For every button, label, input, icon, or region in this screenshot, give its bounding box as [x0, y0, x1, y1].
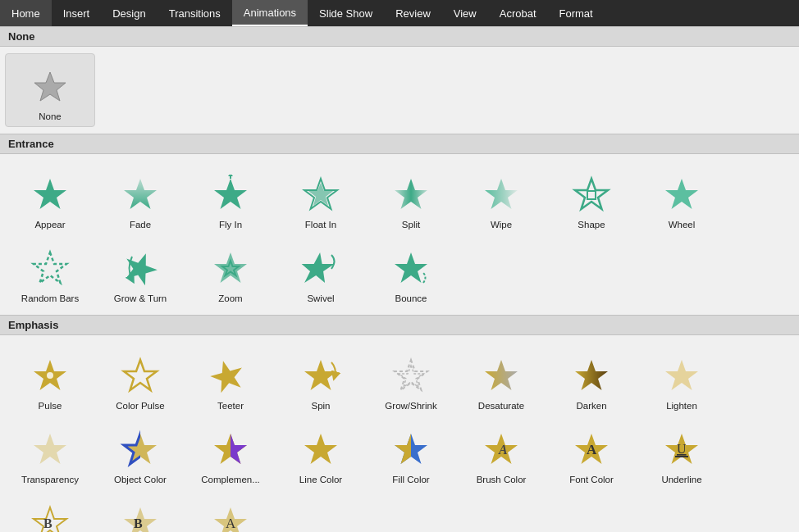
svg-marker-29	[34, 434, 66, 464]
anim-fillcolor[interactable]: Fill Color	[366, 416, 456, 489]
anim-transparency[interactable]: Transparency	[5, 416, 95, 489]
objectcolor-label: Object Color	[114, 475, 167, 486]
menu-insert[interactable]: Insert	[52, 0, 102, 26]
svg-marker-5	[228, 175, 233, 176]
anim-spin[interactable]: Spin	[276, 342, 366, 416]
objectcolor-icon	[119, 429, 162, 471]
growturn-label: Grow & Turn	[114, 293, 167, 305]
svg-marker-9	[485, 179, 518, 209]
anim-teeter[interactable]: Teeter	[185, 342, 276, 416]
wave-icon: A	[209, 502, 252, 532]
anim-growturn[interactable]: Grow & Turn	[95, 234, 185, 308]
growshrink-icon	[390, 355, 432, 398]
growshrink-label: Grow/Shrink	[385, 401, 436, 412]
svg-point-20	[47, 372, 53, 379]
svg-marker-3	[214, 179, 247, 209]
menu-home[interactable]: Home	[0, 0, 52, 26]
anim-brushcolor[interactable]: A Brush Color	[456, 416, 546, 489]
anim-fade[interactable]: Fade	[95, 161, 185, 234]
anim-wave[interactable]: A Wave	[185, 489, 276, 532]
svg-marker-27	[575, 360, 608, 390]
floatin-icon	[299, 174, 342, 216]
anim-appear[interactable]: Appear	[5, 161, 95, 234]
spin-icon	[299, 355, 342, 398]
svg-marker-12	[665, 179, 698, 209]
anim-floatin[interactable]: Float In	[276, 161, 366, 234]
menu-view[interactable]: View	[442, 0, 488, 26]
anim-underline[interactable]: U Underline	[637, 416, 727, 489]
menu-slideshow[interactable]: Slide Show	[308, 0, 384, 26]
transparency-icon	[29, 429, 71, 471]
svg-marker-8	[395, 179, 427, 209]
wipe-label: Wipe	[491, 220, 512, 231]
pulse-label: Pulse	[39, 401, 62, 412]
anim-complementary[interactable]: Complemen...	[185, 416, 276, 489]
lighten-label: Lighten	[666, 401, 697, 412]
svg-marker-21	[124, 360, 157, 390]
spin-label: Spin	[311, 401, 330, 412]
randombars-label: Random Bars	[21, 293, 79, 305]
svg-marker-0	[34, 72, 66, 101]
fontcolor-icon: A	[570, 429, 613, 471]
swivel-label: Swivel	[307, 293, 334, 305]
boldreveal-icon: B	[119, 502, 162, 532]
none-item[interactable]: None	[5, 53, 95, 127]
anim-shape[interactable]: Shape	[546, 161, 637, 234]
fade-label: Fade	[130, 220, 151, 231]
anim-swivel[interactable]: Swivel	[276, 234, 366, 308]
anim-lighten[interactable]: Lighten	[637, 342, 727, 416]
anim-growshrink[interactable]: Grow/Shrink	[366, 342, 456, 416]
brushcolor-label: Brush Color	[477, 475, 527, 486]
anim-pulse[interactable]: Pulse	[5, 342, 95, 416]
svg-text:A: A	[498, 443, 508, 457]
swivel-icon	[299, 248, 342, 290]
teeter-label: Teeter	[217, 401, 244, 412]
anim-randombars[interactable]: Random Bars	[5, 234, 95, 308]
svg-text:U: U	[677, 442, 687, 456]
anim-bounce[interactable]: Bounce	[366, 234, 456, 308]
menu-acrobat[interactable]: Acrobat	[488, 0, 548, 26]
panel: None None Entrance Appear	[0, 26, 799, 532]
menu-animations[interactable]: Animations	[232, 0, 308, 26]
anim-darken[interactable]: Darken	[546, 342, 637, 416]
anim-linecolor[interactable]: Line Color	[276, 416, 366, 489]
flyin-icon	[209, 174, 252, 216]
linecolor-icon	[299, 429, 342, 471]
anim-boldflash[interactable]: B Bold Flash	[5, 489, 95, 532]
desaturate-label: Desaturate	[478, 401, 524, 412]
appear-icon	[29, 174, 71, 216]
fontcolor-label: Font Color	[569, 475, 614, 486]
svg-marker-17	[300, 252, 336, 283]
anim-split[interactable]: Split	[366, 161, 456, 234]
colorpulse-label: Color Pulse	[116, 401, 164, 412]
emphasis-section-header: Emphasis	[0, 315, 799, 335]
split-label: Split	[402, 220, 420, 231]
svg-marker-10	[575, 179, 608, 209]
pulse-icon	[29, 355, 71, 398]
anim-desaturate[interactable]: Desaturate	[456, 342, 546, 416]
anim-objectcolor[interactable]: Object Color	[95, 416, 185, 489]
complementary-icon	[209, 429, 252, 471]
zoom-icon	[209, 248, 252, 290]
anim-wheel[interactable]: Wheel	[637, 161, 727, 234]
darken-label: Darken	[576, 401, 606, 412]
emphasis-grid: Pulse Color Pulse Teeter	[0, 335, 799, 532]
none-label: None	[39, 111, 62, 123]
menu-format[interactable]: Format	[548, 0, 605, 26]
appear-label: Appear	[34, 220, 65, 231]
anim-wipe[interactable]: Wipe	[456, 161, 546, 234]
anim-flyin[interactable]: Fly In	[185, 161, 276, 234]
anim-fontcolor[interactable]: A Font Color	[546, 416, 637, 489]
menu-transitions[interactable]: Transitions	[158, 0, 232, 26]
svg-marker-2	[124, 179, 157, 209]
none-section-header: None	[0, 26, 799, 47]
randombars-icon	[29, 248, 71, 290]
menu-review[interactable]: Review	[384, 0, 442, 26]
boldflash-icon: B	[29, 502, 71, 532]
colorpulse-icon	[119, 355, 162, 398]
anim-zoom[interactable]: Zoom	[185, 234, 276, 308]
anim-boldreveal[interactable]: B Bold Reveal	[95, 489, 185, 532]
anim-colorpulse[interactable]: Color Pulse	[95, 342, 185, 416]
menu-design[interactable]: Design	[101, 0, 157, 26]
svg-text:B: B	[134, 516, 143, 530]
